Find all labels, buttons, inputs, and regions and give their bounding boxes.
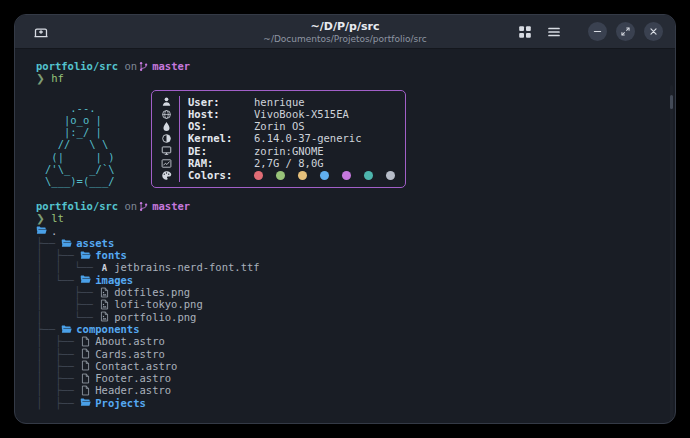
tree-guide: │ ├── [36,298,99,310]
tree-name: fonts [95,249,127,261]
tree-row: │ └── images [36,274,675,286]
fetch-row: Colors: [188,169,395,181]
git-branch-icon [138,61,149,72]
tree-name: Cards.astro [95,348,165,360]
fetch-value: VivoBook-X515EA [254,108,349,120]
window-title: ~/D/P/p/src [311,20,380,33]
tree-row: │ ├── Contact.astro [36,360,675,372]
tree-guide: │ ├── [36,249,80,261]
prompt-on-word-text: on [125,200,138,212]
image-file-icon [99,311,110,322]
tree-row: │ └── portfolio.png [36,311,675,323]
tree-name: portfolio.png [114,311,196,323]
prompt-line-2: portfolio/src onmaster [36,200,675,212]
color-dot [320,171,329,180]
tree-row: │ │ └── jetbrains-nerd-font.ttf [36,261,675,273]
tree-name: Header.astro [95,384,171,396]
tree-row: ├── components [36,323,675,335]
tree-name: components [76,323,139,335]
tree-name: images [95,274,133,286]
folder-open-icon [80,397,91,408]
prompt-directory: portfolio/src [36,200,118,212]
prompt-line-1: portfolio/src onmaster [36,60,675,72]
scrollbar-thumb[interactable] [670,95,673,109]
tree-row: │ ├── Header.astro [36,384,675,396]
tree-guide: │ └── [36,311,99,323]
titlebar[interactable]: ~/D/P/p/src ~/Documentos/Projetos/portfo… [15,15,675,49]
tree-row: │ ├── Cards.astro [36,348,675,360]
tree-name: About.astro [95,335,165,347]
user-icon [161,96,172,107]
tree-row: │ ├── About.astro [36,335,675,347]
ascii-art-tux: .--. |o_o | |:_/ | // \ \ (| | ) /'\_ _/… [45,102,151,188]
ram-icon [161,158,172,169]
tree: .├── assets│ ├── fonts│ │ └── jetbrains-… [36,225,675,409]
fetch-label: Kernel: [188,132,254,144]
fetch-row: User:henrique [188,96,395,108]
fetch-value: henrique [254,96,305,108]
tabs-overview-button[interactable] [515,22,535,42]
tree-guide: │ ├── [36,335,80,347]
prompt-on-word-text: on [125,60,138,72]
file-icon [80,336,91,347]
close-icon [648,26,659,37]
terminal-screen[interactable]: portfolio/src onmaster ❯ hf .--. |o_o | … [15,49,675,424]
window-titles: ~/D/P/p/src ~/Documentos/Projetos/portfo… [263,20,426,44]
fetch-value: 6.14.0-37-generic [254,132,361,144]
tree-row: │ ├── fonts [36,249,675,261]
scrollbar-track[interactable] [670,85,673,424]
grid-icon [517,24,533,40]
tree-name: dotfiles.png [114,286,190,298]
tree-guide: │ ├── [36,360,80,372]
tree-name: Footer.astro [95,372,171,384]
menu-button[interactable] [544,22,564,42]
tree-guide: │ └── [36,274,80,286]
fetch-label: DE: [188,145,254,157]
new-tab-icon [33,24,49,40]
tree-guide: │ ├── [36,348,80,360]
fetch-row: DE:zorin:GNOME [188,145,395,157]
new-tab-button[interactable] [31,22,51,42]
minimize-icon [592,26,603,37]
tree-guide: ├── [36,323,61,335]
tree-name: Contact.astro [95,360,177,372]
tree-guide: │ ├── [36,286,99,298]
font-file-icon [99,262,110,273]
folder-open-icon [61,324,72,335]
os-icon [161,121,172,132]
terminal-window: ~/D/P/p/src ~/Documentos/Projetos/portfo… [14,14,676,424]
tree-guide: │ │ └── [36,261,99,273]
close-button[interactable] [644,22,663,41]
maximize-button[interactable] [616,22,635,41]
image-file-icon [99,299,110,310]
command-line-1: ❯ hf [36,72,675,84]
fetch-label: OS: [188,120,254,132]
tree-row: │ ├── Projects [36,397,675,409]
fetch-label: Colors: [188,169,254,181]
tree-name: jetbrains-nerd-font.ttf [114,261,259,273]
fetch-label: User: [188,96,254,108]
tree-guide: │ ├── [36,384,80,396]
prompt-branch: master [152,200,190,212]
minimize-button[interactable] [588,22,607,41]
tree-guide: ├── [36,237,61,249]
palette-icon [161,170,172,181]
maximize-icon [620,26,631,37]
tree-name: Projects [95,397,146,409]
fetch-row: Kernel:6.14.0-37-generic [188,132,395,144]
globe-icon [161,109,172,120]
folder-open-icon [36,225,47,236]
command-line-2: ❯ lt [36,212,675,224]
color-dot [342,171,351,180]
file-icon [80,348,91,359]
menu-icon [546,24,562,40]
fetch-row: RAM:2,7G / 8,0G [188,157,395,169]
command-hf: hf [51,72,64,84]
folder-open-icon [80,274,91,285]
tree-name: assets [76,237,114,249]
tree-row: │ ├── Footer.astro [36,372,675,384]
window-subtitle: ~/Documentos/Projetos/portfolio/src [263,34,426,44]
git-branch-icon [138,201,149,212]
file-icon [80,385,91,396]
tree-guide: │ ├── [36,397,80,409]
